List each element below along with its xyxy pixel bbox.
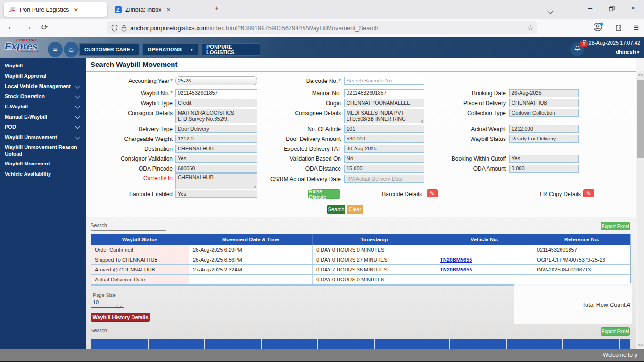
browser-tab-ponpure[interactable]: Pon Pure Logistics × <box>4 2 107 17</box>
col-reference-no[interactable]: Reference No. <box>533 234 630 245</box>
page-size-select[interactable]: 10 <box>93 299 99 305</box>
minimize-button[interactable]: – <box>583 4 597 12</box>
lock-icon[interactable] <box>121 25 127 32</box>
origin-field: CHENNAI POONAMALLEE <box>344 99 424 107</box>
caret-down-icon: ▾ <box>190 47 193 52</box>
waybill-no-input[interactable]: 02114532601857 <box>175 89 257 97</box>
chevron-down-icon <box>75 124 80 129</box>
sidebar-item-manual-e-waybill[interactable]: Manual E-Waybill <box>0 114 86 120</box>
reload-button[interactable]: ⟳ <box>41 23 48 32</box>
notification-count-badge: 0 <box>580 41 588 47</box>
place-of-delivery-label: Place of Delivery <box>424 100 506 107</box>
tab-list-chevron-icon[interactable] <box>543 7 557 15</box>
manual-no-input[interactable]: 02114532601857 <box>344 89 424 97</box>
maximize-button[interactable] <box>604 5 619 13</box>
menu-hamburger-icon[interactable]: ≡ <box>634 23 639 33</box>
oda-amount-field: 0.000 <box>509 165 579 173</box>
lr-copy-details-edit-button[interactable]: ✎ <box>583 189 594 197</box>
validation-based-on-label: Validation Based On <box>258 156 341 162</box>
waybill-history-details-button[interactable]: Waybill History Details <box>91 313 150 322</box>
booking-within-cutoff-field: Yes <box>509 155 579 163</box>
account-icon[interactable] <box>593 22 603 34</box>
new-tab-button[interactable]: + <box>215 4 219 13</box>
sidebar-item-waybill[interactable]: Waybill <box>0 62 86 69</box>
app-menu-button[interactable]: ≡ <box>48 42 63 57</box>
waybill-status-label: Waybill Status <box>424 136 506 142</box>
col-waybill-status[interactable]: Waybill Status <box>91 234 189 245</box>
bookmark-star-icon[interactable]: ☆ <box>528 24 534 32</box>
user-menu[interactable]: dhinesh ▾ <box>616 49 639 55</box>
sidebar-item-stock-operation[interactable]: Stock Operation <box>0 93 86 99</box>
collection-type-field: Godown Collection <box>509 109 579 117</box>
col-movement-date-time[interactable]: Movement Date & Time <box>189 234 313 245</box>
waybill-type-label: Waybill Type <box>88 100 173 107</box>
address-bar[interactable]: anchor.ponpurelogistics.com/index.html?6… <box>107 21 537 34</box>
back-button[interactable]: ← <box>8 23 15 31</box>
movement-search-input[interactable]: Search <box>91 222 107 228</box>
table-row: Shipped To CHENNAI HUB 26-Aug-2025 6:56P… <box>91 255 630 264</box>
oda-pincode-field: 600060 <box>175 165 257 173</box>
resize-handle-icon[interactable] <box>252 184 256 188</box>
scroll-up-button[interactable] <box>637 72 644 79</box>
url-path: /index.html?638919975983567944#/WaybillM… <box>208 25 379 32</box>
search-button[interactable]: Search <box>327 205 345 214</box>
sidebar-item-waybill-unmovement[interactable]: Waybill Unmovement <box>0 134 86 140</box>
hamburger-icon: ≡ <box>53 45 57 54</box>
history-search-input[interactable]: Search <box>91 328 107 333</box>
shield-icon[interactable] <box>111 25 118 32</box>
history-export-excel-button[interactable]: Export Excel <box>601 327 630 336</box>
page-size-label: Page Size <box>93 292 116 298</box>
col-vehicle-no[interactable]: Vehicle No. <box>436 234 533 245</box>
collection-type-label: Collection Type <box>424 110 506 116</box>
header-datetime: 28-Aug-2025 17:07:42 <box>582 40 640 46</box>
sidebar-item-vehicle-availability[interactable]: Vehicle Availability <box>0 171 86 177</box>
screen: Pon Pure Logistics × Z Zimbra: Inbox × +… <box>0 0 644 362</box>
resize-handle-icon[interactable] <box>252 118 256 123</box>
close-window-button[interactable]: × <box>626 4 640 12</box>
nav-customer-care[interactable]: CUSTOMER CARE▾ <box>79 43 139 56</box>
extensions-puzzle-icon[interactable] <box>614 22 623 33</box>
oda-distance-field: 15.000 <box>344 165 424 173</box>
sidebar-item-waybill-movement[interactable]: Waybill Movement <box>0 160 86 167</box>
barcode-details-edit-button[interactable]: ✎ <box>427 189 438 197</box>
tab-close-icon[interactable]: × <box>165 6 172 14</box>
movement-search-underline <box>91 230 166 231</box>
barcode-enabled-label: Barcode Enabled <box>88 191 173 197</box>
sidebar-item-pod[interactable]: POD <box>0 123 86 130</box>
accounting-year-label: Accounting Year* <box>88 78 173 84</box>
forward-button[interactable]: → <box>25 23 32 31</box>
consignor-validation-label: Consignor Validation <box>88 156 173 162</box>
booking-date-field: 26-Aug-2025 <box>509 89 579 97</box>
resize-handle-icon[interactable] <box>419 118 423 123</box>
scroll-down-button[interactable] <box>637 341 644 348</box>
destination-field: CHENNAI HUB <box>175 145 257 153</box>
welcome-marquee-text: Welcome to p <box>603 352 637 358</box>
csrm-actual-delivery-date-input[interactable]: RM Actual Delivery Date <box>344 175 424 183</box>
nav-operations[interactable]: OPERATIONS▾ <box>142 43 198 56</box>
tab-title: Pon Pure Logistics <box>20 7 69 13</box>
currently-in-label: Currently In <box>88 175 173 181</box>
pencil-edit-icon: ✎ <box>430 190 434 197</box>
waybill-type-field: Credit <box>175 99 257 107</box>
browser-tab-zimbra[interactable]: Z Zimbra: Inbox × <box>109 2 213 17</box>
clear-button[interactable]: Clear <box>347 205 363 214</box>
barcode-no-input[interactable]: Search Barcode No... <box>344 77 424 85</box>
page-title: Search Waybill Movement <box>91 60 178 68</box>
vehicle-no-link[interactable]: TN20BM5655 <box>440 257 472 263</box>
scrollbar-thumb[interactable] <box>637 80 644 158</box>
consignor-validation-field: Yes <box>175 155 257 163</box>
nav-ponpure-logistics[interactable]: PONPURE LOGISTICS <box>201 43 260 56</box>
tab-close-icon[interactable]: × <box>73 6 79 14</box>
raise-dispute-button[interactable]: Raise Dispute <box>308 189 340 199</box>
export-excel-button[interactable]: Export Excel <box>601 222 630 230</box>
vehicle-no-link[interactable]: TN20BM5655 <box>440 267 472 272</box>
sidebar-item-waybill-unmovement-reason-upload[interactable]: Waybill Unmovement Reason Upload <box>0 144 80 157</box>
divider <box>86 324 636 324</box>
accounting-year-select[interactable]: 25-26 <box>175 76 257 85</box>
sidebar-item-local-vehicle-management[interactable]: Local Vehicle Management <box>0 83 86 90</box>
sidebar-item-e-waybill[interactable]: E-Waybill <box>0 103 86 110</box>
col-timestamp[interactable]: Timestamp <box>313 234 436 245</box>
caret-down-icon: ▾ <box>637 50 639 55</box>
sidebar-item-waybill-approval[interactable]: Waybill Approval <box>0 73 86 79</box>
home-button[interactable]: ⌂ <box>64 42 79 57</box>
